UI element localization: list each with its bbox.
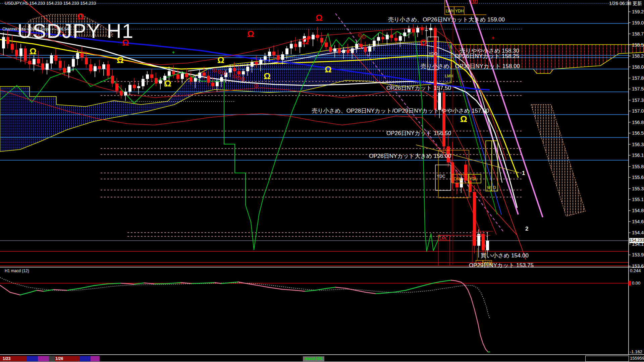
candle-body-bull (124, 92, 127, 96)
candle-body-bear (89, 64, 92, 71)
ydo-box-label: YDO (429, 52, 437, 56)
candle-body-bull (477, 234, 480, 246)
macd-main-line (154, 284, 168, 284)
candle-body-bull (373, 41, 376, 46)
macd-main-line (446, 280, 451, 281)
option-level-annotation: OP26日NYカット大きめ 156.00 (369, 153, 451, 159)
candle-body-bear (346, 50, 350, 53)
price-tick-label: 158.530 (632, 42, 644, 48)
price-tick-label: 156.345 (632, 142, 644, 147)
option-level-annotation: OP26日NYカット 157.50 (386, 85, 451, 91)
macd-signal-line (0, 278, 490, 318)
buy-signal-omega-icon: Ω (164, 78, 171, 88)
candle-body-bull (19, 48, 22, 56)
day-label-1-23: 1/23 (3, 356, 10, 361)
day-bar-segment (49, 356, 55, 361)
candle-body-bear (237, 71, 240, 74)
candle-body-bull (46, 63, 49, 70)
macd-main-line (483, 344, 486, 349)
day-bar-segment (27, 356, 38, 361)
buy-signal-omega-icon: Ω (325, 64, 332, 74)
candle-body-bear (15, 50, 18, 56)
buy-signal-omega-icon: Ω (264, 71, 271, 81)
macd-main-line (471, 298, 475, 310)
candle-body-bull (281, 54, 284, 60)
day-bar-segment (80, 356, 91, 361)
macd-main-line (376, 293, 386, 294)
day-bar-segment (100, 356, 629, 361)
candle-body-bull (67, 67, 70, 73)
candle-body-bear (54, 55, 57, 61)
circle-dot-center (238, 77, 239, 78)
price-tick-label: 154.405 (632, 230, 644, 235)
candle-body-bear (482, 234, 485, 250)
price-tick-label: 156.830 (632, 120, 644, 125)
macd-main-line (54, 290, 67, 290)
lwh-box-label: LWH (446, 9, 454, 13)
candle-body-bull (403, 33, 406, 36)
circle-dot-center (224, 73, 225, 74)
candle-body-bear (390, 35, 393, 38)
sell-signal-omega-icon: Ω (247, 29, 254, 39)
candle-body-bull (76, 53, 79, 59)
macd-min-label: -1.162 (630, 349, 642, 354)
price-tick-label: 156.590 (632, 130, 644, 136)
candle-body-bear (272, 52, 275, 55)
candle-body-bull (181, 73, 184, 79)
candle-body-bear (203, 73, 206, 76)
candle-body-bear (473, 192, 476, 246)
wave-count-label: 1 (522, 170, 525, 176)
chart-canvas[interactable]: LWHYDHMYDOLMHYDCDMLYDLWDLMLMW|D ΩΩΩΩΩΩΩΩ… (0, 0, 644, 362)
ydh-box-label: YDH (455, 9, 464, 13)
candle-body-bull (198, 73, 201, 78)
candle-body-bull (355, 44, 358, 49)
macd-main-line (406, 288, 416, 290)
option-level-annotation: OP26日NYカット 158.25 (454, 53, 519, 59)
macd-main-line (356, 290, 366, 292)
candle-body-bull (268, 52, 271, 56)
candle-body-bear (381, 37, 384, 39)
day-bar-segment (38, 356, 49, 361)
macd-main-line (416, 285, 426, 288)
candle-body-bull (33, 59, 36, 64)
candle-body-bear (338, 48, 341, 53)
option-level-annotation: OP26日NYカット 156.50 (386, 130, 451, 136)
price-tick-label: 157.560 (632, 86, 644, 92)
day-label-1-26: 1/26 (55, 356, 63, 361)
macd-main-line (335, 287, 345, 288)
mt4-chart-window: LWHYDHMYDOLMHYDCDMLYDLWDLMLMW|D ΩΩΩΩΩΩΩΩ… (0, 0, 644, 362)
ichimoku-clouds (0, 14, 644, 216)
dml-box-label: DML (454, 177, 463, 181)
candle-body-bear (24, 48, 27, 61)
candle-body-bull (299, 42, 302, 47)
window-bullet: · (1, 1, 2, 5)
candle-body-bear (155, 78, 158, 83)
option-level-annotation: 売り小さめ、OP28日NYカット/OP29日NYカット やや小さめ 157.00 (312, 108, 489, 114)
candle-body-bull (264, 56, 267, 60)
circle-dot-center (234, 76, 235, 77)
lml-box-label: LML (439, 236, 447, 241)
candle-body-bull (251, 62, 254, 67)
price-tick-label: 155.620 (632, 175, 644, 180)
macd-main-line (37, 290, 44, 291)
candle-body-bear (107, 64, 110, 76)
candle-body-bear (207, 76, 210, 82)
price-tick-label: 158.045 (632, 64, 644, 70)
candle-body-bull (351, 48, 354, 53)
circle-dot-center (364, 37, 365, 38)
candle-body-bull (242, 71, 245, 74)
macd-on-toggle[interactable]: macd ON (303, 356, 324, 361)
price-tick-label: 154.650 (632, 219, 644, 224)
macd-main-line (478, 323, 480, 335)
macd-main-line (475, 310, 478, 323)
red-plus-icon: + (492, 35, 494, 41)
macd-main-line (191, 283, 201, 284)
candle-body-bull (259, 60, 262, 64)
candle-body-bear (59, 61, 62, 68)
m-box-label: M (473, 0, 476, 4)
candle-body-bear (11, 44, 14, 50)
buy-signal-omega-icon: Ω (117, 55, 124, 65)
candle-body-bear (320, 38, 323, 43)
candle-body-bear (211, 82, 214, 86)
price-tick-label: 157.800 (632, 75, 644, 81)
